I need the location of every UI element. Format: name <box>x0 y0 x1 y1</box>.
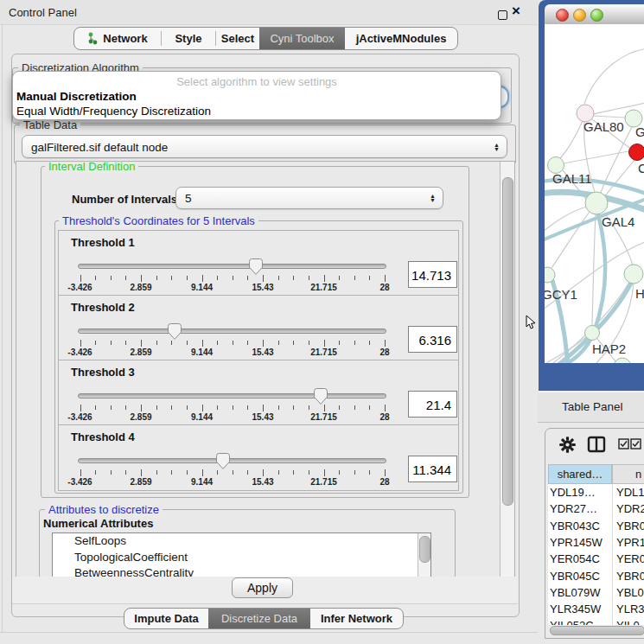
table-data-value: galFiltered.sif default node <box>31 140 168 153</box>
tab-network[interactable]: Network <box>74 28 161 49</box>
threshold-value-field[interactable]: 21.4 <box>408 391 457 418</box>
window-bottom-edge <box>0 632 538 633</box>
table-hscrollbar-thumb[interactable] <box>550 626 644 635</box>
attribute-list-item[interactable]: TopologicalCoefficient <box>53 550 430 566</box>
tab-jactivemnodules[interactable]: jActiveMNodules <box>345 28 457 49</box>
threshold-panel-4: Threshold 4-3.4262.8599.14415.4321.71528… <box>58 424 459 491</box>
slider-thumb[interactable] <box>249 258 263 275</box>
table-cell-name[interactable]: YPR1 <box>616 536 644 549</box>
table-cell-shared-name[interactable]: YIL052C <box>550 619 594 625</box>
network-edge[interactable] <box>593 116 625 118</box>
number-of-intervals-value: 5 <box>185 192 192 205</box>
main-scrollbar-track[interactable] <box>500 162 514 577</box>
table-hscrollbar-track[interactable] <box>548 625 644 634</box>
table-cell-shared-name[interactable]: YPR145W <box>550 536 603 549</box>
float-window-icon[interactable] <box>498 10 507 20</box>
interval-definition-title: Interval Definition <box>45 161 138 173</box>
table-cell-shared-name[interactable]: YBR043C <box>550 520 600 532</box>
tab-impute-data[interactable]: Impute Data <box>124 609 208 628</box>
thresholds-group: Threshold's Coordinates for 5 Intervals … <box>54 220 463 494</box>
close-icon[interactable]: × <box>512 3 520 20</box>
tick-label: 21.715 <box>310 283 337 292</box>
table-cell-name[interactable]: YIL0 <box>616 619 640 625</box>
table-cell-shared-name[interactable]: YBL079W <box>550 586 601 599</box>
table-cell-name[interactable]: YDR2 <box>616 502 644 515</box>
close-traffic-light[interactable] <box>556 9 569 22</box>
tick-label: 9.144 <box>191 477 213 487</box>
table-panel-title: Table Panel <box>562 400 623 413</box>
network-edge-thick[interactable] <box>550 271 569 363</box>
dropdown-option-manual[interactable]: Manual Discretization <box>16 90 137 103</box>
table-cell-name[interactable]: YBL0 <box>616 586 644 599</box>
tick-label: 15.43 <box>252 412 273 422</box>
threshold-value-field[interactable]: 11.344 <box>408 456 457 482</box>
table-cell-name[interactable]: YBR0 <box>616 520 644 532</box>
threshold-value: 14.713 <box>411 267 451 282</box>
control-panel-titlebar: Control Panel × <box>0 0 538 25</box>
table-cell-shared-name[interactable]: YBR045C <box>550 570 600 583</box>
table-cell-name[interactable]: YLR3 <box>616 603 644 615</box>
combo-arrows-icon: ▲▼ <box>430 194 436 202</box>
network-node-green[interactable] <box>585 192 608 214</box>
network-node-green[interactable] <box>614 358 631 363</box>
attributes-list-scrollbar[interactable] <box>419 536 430 563</box>
tab-select[interactable]: Select <box>216 28 259 49</box>
tick-label: 28 <box>379 283 389 292</box>
tab-discretize-data[interactable]: Discretize Data <box>208 609 310 628</box>
window-left-edge <box>2 24 3 632</box>
tab-style[interactable]: Style <box>162 28 215 49</box>
network-node-green[interactable] <box>624 265 643 284</box>
tick-label: -3.426 <box>67 477 92 487</box>
tick-label: 9.144 <box>191 348 213 357</box>
tab-infer-network[interactable]: Infer Network <box>310 609 403 628</box>
zoom-traffic-light[interactable] <box>590 9 603 22</box>
tick-label: 2.859 <box>130 412 151 422</box>
network-edge[interactable] <box>592 214 596 325</box>
table-cell-shared-name[interactable]: YDR27… <box>550 502 597 515</box>
network-node-label: GAL4 <box>602 214 634 229</box>
table-cell-name[interactable]: YER0 <box>616 552 644 565</box>
main-scrollbar-thumb[interactable] <box>502 177 513 506</box>
network-node-label: GCY1 <box>545 287 577 302</box>
node-table: shared…nYDL19…YDL1YDR27…YDR2YBR043CYBR0Y… <box>545 429 644 638</box>
threshold-panel-3: Threshold 3-3.4262.8599.14415.4321.71528… <box>58 360 459 426</box>
table-cell-shared-name[interactable]: YLR345W <box>550 603 601 615</box>
network-edge[interactable] <box>584 48 644 104</box>
column-header-shared-name[interactable]: shared… <box>548 464 612 484</box>
threshold-label: Threshold 1 <box>71 236 135 249</box>
attribute-list-item[interactable]: SelfLoops <box>53 533 430 550</box>
network-node-label: GAL11 <box>552 171 592 186</box>
network-edge[interactable] <box>545 207 587 232</box>
network-edge[interactable] <box>564 151 628 163</box>
tab-label: Cyni Toolbox <box>270 32 334 45</box>
tab-cyni-toolbox[interactable]: Cyni Toolbox <box>259 28 345 49</box>
network-node-green[interactable] <box>585 326 600 341</box>
threshold-value-field[interactable]: 6.316 <box>408 326 457 353</box>
table-cell-name[interactable]: YBR0 <box>616 570 644 583</box>
network-edge[interactable] <box>552 212 590 268</box>
network-window-titlebar <box>545 4 644 25</box>
network-canvas[interactable]: GAL80GACGAL11GAL4GCY1HHAP2 <box>545 24 644 363</box>
number-of-intervals-combobox[interactable]: 5 ▲▼ <box>175 187 443 209</box>
slider-thumb[interactable] <box>216 453 230 469</box>
tab-label: Select <box>221 32 254 45</box>
threshold-value-field[interactable]: 14.713 <box>408 261 457 288</box>
network-node-red[interactable] <box>629 144 644 161</box>
table-cell-shared-name[interactable]: YDL19… <box>550 486 596 499</box>
attributes-list[interactable]: SelfLoopsTopologicalCoefficientBetweenne… <box>52 532 431 578</box>
column-header-name[interactable]: n <box>612 464 644 484</box>
network-edge[interactable] <box>560 121 583 158</box>
apply-button-label: Apply <box>247 581 277 595</box>
table-cell-shared-name[interactable]: YER054C <box>550 552 600 565</box>
dropdown-option-equal-width[interactable]: Equal Width/Frequency Discretization <box>16 105 211 118</box>
table-data-combobox[interactable]: galFiltered.sif default node ▲▼ <box>22 135 507 158</box>
apply-button[interactable]: Apply <box>232 577 293 598</box>
slider-thumb[interactable] <box>168 323 182 340</box>
combo-arrows-icon: ▲▼ <box>494 143 500 151</box>
dropdown-placeholder-option[interactable]: Select algorithm to view settings <box>13 75 501 88</box>
network-edge[interactable] <box>605 160 634 196</box>
slider-thumb[interactable] <box>314 388 328 405</box>
network-icon <box>87 32 99 45</box>
table-cell-name[interactable]: YDL1 <box>616 486 644 499</box>
minimize-traffic-light[interactable] <box>573 9 586 22</box>
